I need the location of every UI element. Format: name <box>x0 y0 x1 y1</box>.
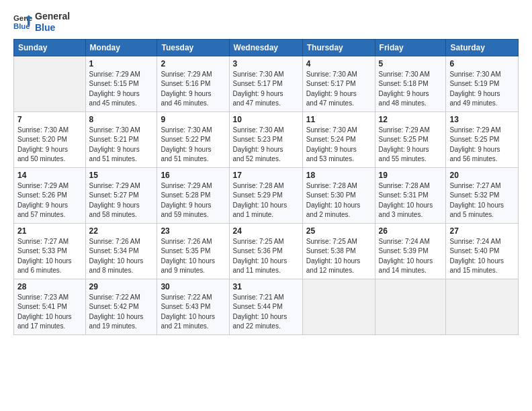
day-info: Daylight: 9 hours <box>89 145 154 155</box>
calendar-cell: 2Sunrise: 7:29 AMSunset: 5:16 PMDaylight… <box>157 56 229 111</box>
day-number: 12 <box>379 115 443 124</box>
day-info: Daylight: 10 hours <box>379 201 443 211</box>
day-info: Sunset: 5:43 PM <box>161 302 225 312</box>
day-info: Daylight: 9 hours <box>89 89 154 99</box>
day-number: 26 <box>379 226 443 236</box>
day-number: 9 <box>161 115 225 124</box>
weekday-header-saturday: Saturday <box>446 39 519 56</box>
logo-general: General <box>35 11 70 22</box>
logo-blue: Blue <box>35 22 70 34</box>
day-info: Daylight: 10 hours <box>233 201 299 211</box>
day-info: Daylight: 10 hours <box>449 257 515 267</box>
day-info: Daylight: 9 hours <box>449 89 515 99</box>
calendar-cell: 21Sunrise: 7:27 AMSunset: 5:33 PMDayligh… <box>14 223 86 279</box>
calendar-cell: 24Sunrise: 7:25 AMSunset: 5:36 PMDayligh… <box>229 223 302 279</box>
day-number: 24 <box>233 226 299 236</box>
day-info: Sunrise: 7:27 AM <box>17 237 82 247</box>
day-info: Sunrise: 7:30 AM <box>379 70 443 80</box>
day-info: Sunrise: 7:30 AM <box>449 70 515 80</box>
day-info: Sunrise: 7:30 AM <box>89 126 154 136</box>
day-info: Sunrise: 7:30 AM <box>161 126 225 136</box>
day-info: Sunrise: 7:29 AM <box>161 70 225 80</box>
day-info: and 47 minutes. <box>233 99 299 109</box>
day-info: Sunset: 5:31 PM <box>379 191 443 201</box>
day-number: 31 <box>233 282 299 291</box>
day-info: Sunrise: 7:29 AM <box>161 181 225 191</box>
day-info: Sunrise: 7:24 AM <box>379 237 443 247</box>
day-number: 30 <box>161 282 225 291</box>
day-info: Sunset: 5:15 PM <box>89 79 154 89</box>
day-number: 16 <box>161 171 225 180</box>
day-info: Daylight: 10 hours <box>306 201 371 211</box>
day-info: Sunrise: 7:26 AM <box>89 237 154 247</box>
day-info: Daylight: 10 hours <box>89 257 154 267</box>
day-number: 4 <box>306 59 371 68</box>
day-info: Sunset: 5:17 PM <box>306 79 371 89</box>
calendar-cell: 22Sunrise: 7:26 AMSunset: 5:34 PMDayligh… <box>85 223 157 279</box>
day-number: 21 <box>17 226 82 236</box>
day-number: 15 <box>89 171 154 180</box>
calendar-cell: 18Sunrise: 7:28 AMSunset: 5:30 PMDayligh… <box>302 167 375 223</box>
day-info: Daylight: 10 hours <box>89 312 154 322</box>
calendar-cell: 5Sunrise: 7:30 AMSunset: 5:18 PMDaylight… <box>375 56 446 111</box>
day-info: and 51 minutes. <box>89 154 154 165</box>
day-info: Sunrise: 7:26 AM <box>161 237 225 247</box>
calendar-cell: 23Sunrise: 7:26 AMSunset: 5:35 PMDayligh… <box>157 223 229 279</box>
day-info: and 19 minutes. <box>89 322 154 332</box>
day-number: 19 <box>379 171 443 180</box>
day-info: and 52 minutes. <box>233 154 299 165</box>
day-info: and 12 minutes. <box>306 266 371 276</box>
calendar-cell: 4Sunrise: 7:30 AMSunset: 5:17 PMDaylight… <box>302 56 375 111</box>
day-info: Daylight: 9 hours <box>161 145 225 155</box>
day-number: 6 <box>449 59 515 68</box>
day-info: Daylight: 9 hours <box>161 89 225 99</box>
calendar-cell: 27Sunrise: 7:24 AMSunset: 5:40 PMDayligh… <box>446 223 519 279</box>
day-info: Sunrise: 7:22 AM <box>161 293 225 303</box>
day-info: and 46 minutes. <box>161 99 225 109</box>
logo-icon: General Blue <box>13 13 32 32</box>
day-info: Daylight: 9 hours <box>306 89 371 99</box>
day-info: and 6 minutes. <box>17 266 82 276</box>
day-info: Daylight: 9 hours <box>17 145 82 155</box>
day-number: 25 <box>306 226 371 236</box>
day-info: Sunrise: 7:27 AM <box>449 181 515 191</box>
calendar-cell: 30Sunrise: 7:22 AMSunset: 5:43 PMDayligh… <box>157 279 229 334</box>
day-info: and 55 minutes. <box>379 154 443 165</box>
day-number: 2 <box>161 59 225 68</box>
day-info: and 53 minutes. <box>306 154 371 165</box>
day-info: and 57 minutes. <box>17 210 82 220</box>
day-info: and 49 minutes. <box>449 99 515 109</box>
day-number: 10 <box>233 115 299 124</box>
calendar-cell: 16Sunrise: 7:29 AMSunset: 5:28 PMDayligh… <box>157 167 229 223</box>
calendar-cell: 8Sunrise: 7:30 AMSunset: 5:21 PMDaylight… <box>85 111 157 167</box>
weekday-header-thursday: Thursday <box>302 39 375 56</box>
calendar-cell: 7Sunrise: 7:30 AMSunset: 5:20 PMDaylight… <box>14 111 86 167</box>
day-info: Daylight: 10 hours <box>17 257 82 267</box>
day-info: Sunrise: 7:30 AM <box>233 126 299 136</box>
day-info: Sunset: 5:22 PM <box>161 135 225 145</box>
calendar-cell: 28Sunrise: 7:23 AMSunset: 5:41 PMDayligh… <box>14 279 86 334</box>
day-number: 11 <box>306 115 371 124</box>
day-info: Sunrise: 7:29 AM <box>89 70 154 80</box>
weekday-header-sunday: Sunday <box>14 39 86 56</box>
day-info: Sunset: 5:26 PM <box>17 191 82 201</box>
day-info: Sunset: 5:42 PM <box>89 302 154 312</box>
day-info: and 22 minutes. <box>233 322 299 332</box>
calendar-cell: 14Sunrise: 7:29 AMSunset: 5:26 PMDayligh… <box>14 167 86 223</box>
calendar-cell: 12Sunrise: 7:29 AMSunset: 5:25 PMDayligh… <box>375 111 446 167</box>
day-number: 3 <box>233 59 299 68</box>
day-info: Sunset: 5:17 PM <box>233 79 299 89</box>
day-info: Sunset: 5:30 PM <box>306 191 371 201</box>
day-info: and 9 minutes. <box>161 266 225 276</box>
day-info: Daylight: 10 hours <box>449 201 515 211</box>
day-info: Daylight: 9 hours <box>161 201 225 211</box>
day-info: Sunrise: 7:23 AM <box>17 293 82 303</box>
weekday-header-wednesday: Wednesday <box>229 39 302 56</box>
day-info: Sunset: 5:32 PM <box>449 191 515 201</box>
day-info: Sunset: 5:40 PM <box>449 246 515 257</box>
calendar-cell: 10Sunrise: 7:30 AMSunset: 5:23 PMDayligh… <box>229 111 302 167</box>
day-info: and 14 minutes. <box>379 266 443 276</box>
day-number: 27 <box>449 226 515 236</box>
day-info: Daylight: 9 hours <box>89 201 154 211</box>
day-number: 5 <box>379 59 443 68</box>
